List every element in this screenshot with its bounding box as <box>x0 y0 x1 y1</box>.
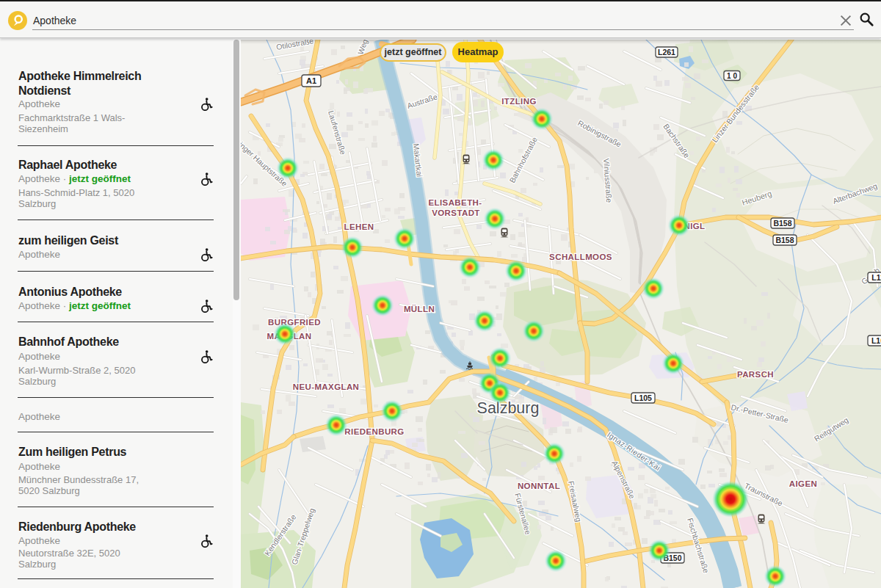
svg-text:ITZLING: ITZLING <box>501 97 537 106</box>
svg-text:BURGFRIED: BURGFRIED <box>268 318 321 327</box>
svg-text:1 0: 1 0 <box>727 72 737 80</box>
svg-text:PARSCH: PARSCH <box>737 370 774 379</box>
svg-text:L105: L105 <box>634 393 652 402</box>
svg-text:B158: B158 <box>775 236 794 244</box>
svg-text:VORSTADT: VORSTADT <box>432 208 480 217</box>
svg-text:L10: L10 <box>871 336 881 345</box>
svg-text:RIEDENBURG: RIEDENBURG <box>344 427 404 436</box>
svg-text:NONNTAL: NONNTAL <box>518 482 560 490</box>
svg-text:MÜLLN: MÜLLN <box>404 305 435 313</box>
svg-text:Salzburg: Salzburg <box>477 399 540 417</box>
svg-text:AIGEN: AIGEN <box>789 479 817 488</box>
svg-text:ELISABETH-: ELISABETH- <box>429 198 482 207</box>
svg-text:NEU-MAXGLAN: NEU-MAXGLAN <box>293 382 360 391</box>
svg-text:A1: A1 <box>306 76 316 85</box>
svg-text:LEHEN: LEHEN <box>344 222 374 231</box>
svg-text:L11: L11 <box>871 273 881 282</box>
svg-text:SCHALLMOOS: SCHALLMOOS <box>549 253 612 261</box>
svg-text:L261: L261 <box>658 48 675 57</box>
svg-text:B158: B158 <box>773 219 791 228</box>
